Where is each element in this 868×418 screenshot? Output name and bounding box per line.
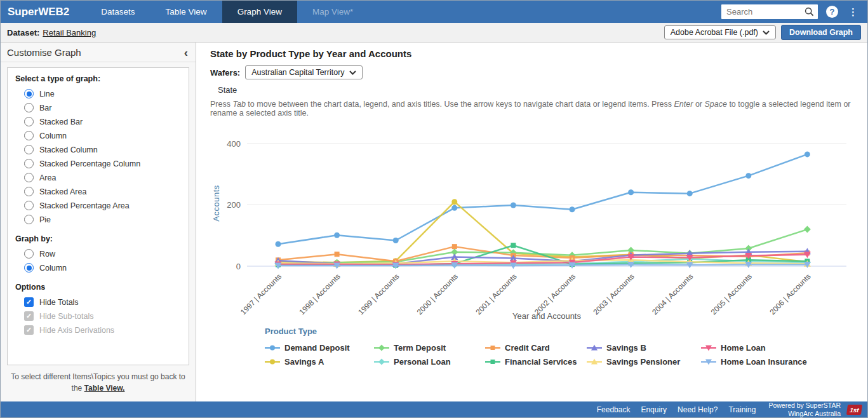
legend-item-savings-pensioner[interactable]: Savings Pensioner <box>587 357 701 367</box>
legend-title: Product Type <box>265 327 867 336</box>
svg-text:2005 | Accounts: 2005 | Accounts <box>709 272 754 316</box>
search-icon[interactable] <box>805 7 814 17</box>
legend-item-home-loan-insurance[interactable]: Home Loan Insurance <box>701 357 867 367</box>
graph-title: State by Product Type by Year and Accoun… <box>210 48 867 59</box>
option-label: Hide Sub-totals <box>39 312 93 321</box>
app-logo: SuperWEB2 <box>1 1 86 23</box>
svg-text:2002 | Accounts: 2002 | Accounts <box>533 272 577 316</box>
legend-marker-triangle-down-icon <box>701 344 716 352</box>
checkbox-checked-icon[interactable]: ✓ <box>24 297 34 307</box>
radio-selected-icon[interactable] <box>24 89 34 98</box>
graph-by-row[interactable]: Row <box>24 249 181 259</box>
table-view-link[interactable]: Table View. <box>84 383 125 394</box>
svg-text:400: 400 <box>227 139 241 149</box>
legend-marker-triangle-up-icon <box>587 358 602 366</box>
option-hide-totals[interactable]: ✓Hide Totals <box>24 297 181 307</box>
y-axis-title: Accounts <box>211 185 221 221</box>
graph-type-label: Stacked Column <box>39 145 98 154</box>
graph-type-pie[interactable]: Pie <box>24 215 181 224</box>
dataset-name-link[interactable]: Retail Banking <box>43 28 96 37</box>
svg-text:2003 | Accounts: 2003 | Accounts <box>592 272 636 316</box>
radio-icon[interactable] <box>24 131 34 140</box>
legend-label: Demand Deposit <box>284 343 350 353</box>
legend-marker-diamond-icon <box>374 344 389 352</box>
graph-type-list: LineBarStacked BarColumnStacked ColumnSt… <box>15 89 181 224</box>
legend-item-credit-card[interactable]: Credit Card <box>485 343 587 353</box>
help-icon[interactable]: ? <box>826 6 838 18</box>
sidebar-note: To select different Items\Topics you mus… <box>1 365 196 401</box>
radio-icon[interactable] <box>24 159 34 168</box>
graph-type-column[interactable]: Column <box>24 131 181 140</box>
legend-label: Home Loan Insurance <box>721 357 807 367</box>
checkbox-checked-icon: ✓ <box>24 325 34 335</box>
radio-icon[interactable] <box>24 215 34 224</box>
chart-axes: 02004001997 | Accounts1998 | Accounts199… <box>227 139 846 317</box>
radio-icon[interactable] <box>24 103 34 112</box>
dataset-label: Dataset: <box>7 28 39 37</box>
search-input[interactable] <box>721 7 805 17</box>
svg-text:2006 | Accounts: 2006 | Accounts <box>768 272 812 316</box>
radio-icon[interactable] <box>24 249 34 259</box>
svg-text:200: 200 <box>227 200 241 210</box>
customise-graph-sidebar: Customise Graph ‹ Select a type of graph… <box>1 43 196 401</box>
legend-label: Financial Services <box>505 357 577 367</box>
nav-tab-datasets[interactable]: Datasets <box>86 1 150 23</box>
graph-type-stacked-area[interactable]: Stacked Area <box>24 187 181 196</box>
overflow-menu-icon[interactable]: ⋮ <box>846 6 860 18</box>
collapse-sidebar-icon[interactable]: ‹ <box>184 48 188 57</box>
legend-label: Personal Loan <box>394 357 451 367</box>
legend-item-home-loan[interactable]: Home Loan <box>701 343 867 353</box>
top-navbar: SuperWEB2 DatasetsTable ViewGraph ViewMa… <box>1 1 867 23</box>
legend-marker-triangle-down-icon <box>701 358 716 366</box>
graph-by-list: RowColumn <box>15 249 181 273</box>
radio-icon[interactable] <box>24 187 34 196</box>
wafers-select[interactable]: Australian Capital Territory <box>245 65 362 79</box>
search-box[interactable] <box>721 4 818 19</box>
graph-type-stacked-percentage-column[interactable]: Stacked Percentage Column <box>24 159 181 168</box>
graph-type-stacked-column[interactable]: Stacked Column <box>24 145 181 154</box>
legend-label: Home Loan <box>721 343 766 353</box>
graph-type-stacked-bar[interactable]: Stacked Bar <box>24 117 181 126</box>
legend-item-savings-b[interactable]: Savings B <box>587 343 701 353</box>
legend-item-personal-loan[interactable]: Personal Loan <box>374 357 485 367</box>
options-list: ✓Hide Totals✓Hide Sub-totals✓Hide Axis D… <box>15 297 181 335</box>
footer-link-enquiry[interactable]: Enquiry <box>641 405 667 414</box>
nav-tabs: DatasetsTable ViewGraph ViewMap View* <box>86 1 368 23</box>
graph-by-label: Column <box>39 264 67 273</box>
footer-link-feedback[interactable]: Feedback <box>597 405 631 414</box>
svg-text:2004 | Accounts: 2004 | Accounts <box>650 272 695 316</box>
radio-icon[interactable] <box>24 173 34 182</box>
wingarc-1st-logo: 1st <box>846 405 862 415</box>
legend-item-demand-deposit[interactable]: Demand Deposit <box>265 343 374 353</box>
legend-item-financial-services[interactable]: Financial Services <box>485 357 587 367</box>
legend-items: Demand DepositSavings ATerm DepositPerso… <box>265 343 867 367</box>
graph-by-heading: Graph by: <box>15 234 181 243</box>
graph-type-stacked-percentage-area[interactable]: Stacked Percentage Area <box>24 201 181 210</box>
download-graph-button[interactable]: Download Graph <box>781 25 861 40</box>
graph-by-column[interactable]: Column <box>24 263 181 273</box>
footer-link-need-help[interactable]: Need Help? <box>678 405 718 414</box>
checkbox-checked-icon: ✓ <box>24 311 34 321</box>
navbar-right: ? ⋮ <box>721 1 867 23</box>
graph-type-area[interactable]: Area <box>24 173 181 182</box>
chart-legend: Product Type Demand DepositSavings ATerm… <box>265 327 867 367</box>
nav-tab-map-view[interactable]: Map View* <box>297 1 368 23</box>
download-format-select[interactable]: Adobe Acrobat File (.pdf) <box>664 25 776 39</box>
line-chart[interactable]: 02004001997 | Accounts1998 | Accounts199… <box>210 121 865 325</box>
svg-text:1999 | Accounts: 1999 | Accounts <box>356 272 401 316</box>
legend-item-savings-a[interactable]: Savings A <box>265 357 374 367</box>
nav-tab-table-view[interactable]: Table View <box>150 1 222 23</box>
radio-icon[interactable] <box>24 145 34 154</box>
graph-type-label: Stacked Bar <box>39 118 83 126</box>
radio-icon[interactable] <box>24 117 34 126</box>
footer-link-training[interactable]: Training <box>728 405 756 414</box>
option-label: Hide Totals <box>39 298 79 307</box>
graph-type-line[interactable]: Line <box>24 89 181 98</box>
radio-selected-icon[interactable] <box>24 263 34 273</box>
sidebar-header: Customise Graph ‹ <box>1 43 196 62</box>
graph-type-bar[interactable]: Bar <box>24 103 181 112</box>
legend-item-term-deposit[interactable]: Term Deposit <box>374 343 485 353</box>
radio-icon[interactable] <box>24 201 34 210</box>
graph-type-label: Line <box>39 90 55 98</box>
nav-tab-graph-view[interactable]: Graph View <box>222 1 297 23</box>
